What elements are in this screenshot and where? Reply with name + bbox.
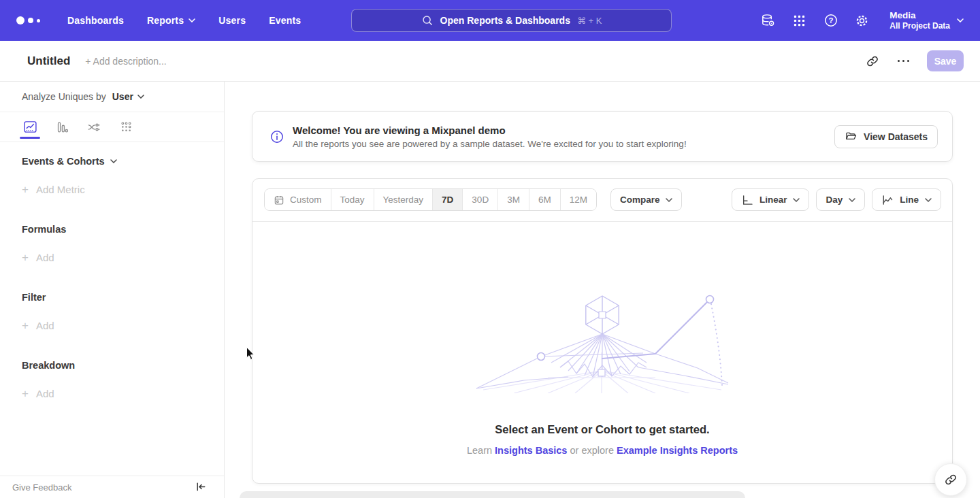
- nav-events[interactable]: Events: [269, 15, 301, 26]
- sidebar-footer: Give Feedback: [0, 476, 224, 498]
- save-button[interactable]: Save: [927, 50, 964, 71]
- filter-header: Filter: [22, 292, 202, 303]
- calendar-icon: [274, 195, 284, 205]
- range-today[interactable]: Today: [331, 189, 374, 210]
- section-filter: Filter + Add: [22, 292, 202, 331]
- compare-dropdown[interactable]: Compare: [610, 188, 683, 211]
- breakdown-header: Breakdown: [22, 360, 202, 371]
- more-options-icon[interactable]: [896, 57, 911, 65]
- section-formulas: Formulas + Add: [22, 224, 202, 263]
- range-6m[interactable]: 6M: [529, 189, 561, 210]
- info-icon: [270, 130, 284, 144]
- chevron-down-icon: [666, 198, 672, 202]
- empty-state-links: Learn Insights Basics or explore Example…: [252, 445, 952, 456]
- chart-type-tabs: [0, 112, 224, 142]
- logo-dot: [28, 18, 33, 23]
- chevron-down-icon: [957, 18, 964, 22]
- report-canvas: Welcome! You are viewing a Mixpanel demo…: [225, 82, 980, 498]
- tab-insights-line[interactable]: [22, 112, 38, 142]
- analyze-label: Analyze Uniques by: [22, 91, 106, 102]
- give-feedback-link[interactable]: Give Feedback: [12, 482, 71, 493]
- report-header: Untitled + Add description... Save: [0, 41, 980, 82]
- svg-text:?: ?: [828, 16, 833, 24]
- settings-gear-icon[interactable]: [854, 13, 870, 29]
- nav-reports[interactable]: Reports: [147, 15, 195, 26]
- chart-controls: Custom Today Yesterday 7D 30D 3M 6M 12M …: [252, 179, 952, 222]
- chevron-down-icon: [849, 198, 855, 202]
- chart-type-dropdown[interactable]: Line: [872, 188, 941, 211]
- events-cohorts-header[interactable]: Events & Cohorts: [22, 156, 202, 167]
- search-placeholder: Open Reports & Dashboards: [440, 15, 570, 26]
- project-name: Media: [889, 10, 950, 21]
- date-range-selector: Custom Today Yesterday 7D 30D 3M 6M 12M: [264, 188, 597, 211]
- formulas-header: Formulas: [22, 224, 202, 235]
- report-title[interactable]: Untitled: [27, 54, 70, 68]
- banner-subtitle: All the reports you see are powered by a…: [293, 139, 687, 149]
- plus-icon: +: [22, 252, 29, 263]
- line-chart-icon: [881, 194, 894, 206]
- report-description-placeholder[interactable]: + Add description...: [85, 56, 166, 67]
- add-metric-button[interactable]: + Add Metric: [22, 184, 202, 195]
- range-30d[interactable]: 30D: [463, 189, 498, 210]
- add-formula-button[interactable]: + Add: [22, 252, 202, 263]
- scale-dropdown[interactable]: Linear: [732, 188, 810, 211]
- add-filter-button[interactable]: + Add: [22, 320, 202, 331]
- logo-dot: [16, 16, 24, 24]
- plus-icon: +: [22, 184, 29, 195]
- chevron-down-icon: [925, 198, 932, 202]
- empty-state: Select an Event or Cohort to get started…: [252, 222, 952, 456]
- analyze-by-dropdown[interactable]: User: [112, 91, 144, 102]
- report-header-actions: Save: [865, 50, 964, 71]
- welcome-banner: Welcome! You are viewing a Mixpanel demo…: [252, 111, 953, 162]
- topnav-right: ? Media All Project Data: [760, 10, 964, 31]
- copy-link-icon[interactable]: [865, 54, 880, 69]
- range-7d[interactable]: 7D: [433, 189, 463, 210]
- nav-dashboards[interactable]: Dashboards: [67, 15, 124, 26]
- granularity-dropdown[interactable]: Day: [816, 188, 865, 211]
- analyze-uniques-row: Analyze Uniques by User: [0, 82, 224, 112]
- data-management-icon[interactable]: [760, 13, 776, 29]
- tab-retention[interactable]: [118, 112, 134, 142]
- search-icon: [421, 14, 434, 27]
- insights-chart-card: Custom Today Yesterday 7D 30D 3M 6M 12M …: [252, 178, 953, 484]
- search-shortcut: ⌘ + K: [577, 16, 602, 26]
- folder-icon: [845, 130, 858, 143]
- plus-icon: +: [22, 388, 29, 399]
- chevron-down-icon: [189, 18, 195, 22]
- empty-state-title: Select an Event or Cohort to get started…: [252, 423, 952, 436]
- section-events-cohorts: Events & Cohorts + Add Metric: [22, 156, 202, 195]
- flows-icon: [87, 120, 101, 134]
- help-icon[interactable]: ?: [823, 13, 838, 29]
- range-3m[interactable]: 3M: [498, 189, 529, 210]
- plus-icon: +: [22, 320, 29, 331]
- next-card-top-edge: [240, 491, 745, 498]
- global-search-input[interactable]: Open Reports & Dashboards ⌘ + K: [351, 9, 672, 32]
- link-icon: [944, 473, 958, 486]
- range-12m[interactable]: 12M: [561, 189, 596, 210]
- retention-grid-icon: [120, 120, 133, 133]
- add-breakdown-button[interactable]: + Add: [22, 388, 202, 399]
- view-datasets-button[interactable]: View Datasets: [834, 125, 938, 148]
- nav-users[interactable]: Users: [218, 15, 246, 26]
- mixpanel-logo[interactable]: [16, 16, 40, 24]
- collapse-sidebar-icon[interactable]: [194, 480, 208, 494]
- tab-bar-chart[interactable]: [54, 112, 70, 142]
- range-custom[interactable]: Custom: [265, 189, 331, 210]
- empty-state-illustration: [473, 288, 732, 393]
- insights-line-icon: [23, 120, 37, 134]
- insights-basics-link[interactable]: Insights Basics: [495, 445, 567, 456]
- primary-nav: Dashboards Reports Users Events: [67, 15, 301, 26]
- range-yesterday[interactable]: Yesterday: [374, 189, 434, 210]
- chevron-down-icon: [137, 95, 144, 99]
- bar-chart-icon: [55, 120, 69, 134]
- project-scope: All Project Data: [889, 21, 950, 31]
- section-breakdown: Breakdown + Add: [22, 360, 202, 399]
- mixpanel-insights-app: Dashboards Reports Users Events Open Rep…: [0, 0, 980, 498]
- tab-flows[interactable]: [86, 112, 102, 142]
- apps-grid-icon[interactable]: [791, 13, 807, 29]
- share-link-fab[interactable]: [934, 463, 967, 496]
- example-insights-reports-link[interactable]: Example Insights Reports: [617, 445, 738, 456]
- linear-axes-icon: [741, 194, 753, 206]
- project-switcher[interactable]: Media All Project Data: [889, 10, 964, 31]
- chevron-down-icon: [793, 198, 800, 202]
